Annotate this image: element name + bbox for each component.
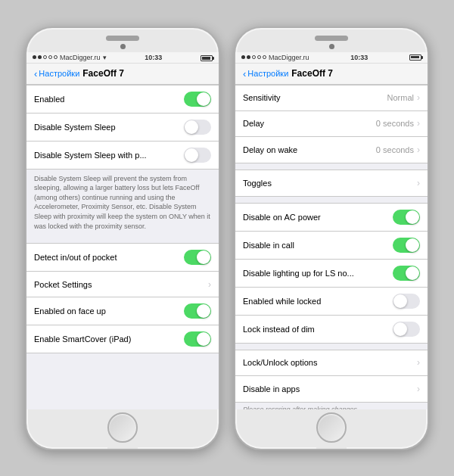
row-lock-dim[interactable]: Lock instead of dim bbox=[235, 316, 428, 343]
row-disable-light[interactable]: Disable lighting up for LS no... bbox=[235, 260, 428, 288]
row-smartcover[interactable]: Enable SmartCover (iPad) bbox=[26, 325, 219, 353]
toggle-disable-ac[interactable] bbox=[393, 210, 420, 225]
toggle-disable-sleep[interactable] bbox=[184, 120, 211, 135]
section-right-1: Sensitivity Normal › Delay 0 seconds › D… bbox=[235, 85, 428, 163]
settings-list-left: Enabled Disable System Sleep Disable Sys… bbox=[26, 85, 219, 354]
status-left-right: MacDigger.ru bbox=[241, 54, 309, 61]
settings-list-right: Sensitivity Normal › Delay 0 seconds › D… bbox=[235, 85, 428, 409]
phone-bottom-right bbox=[316, 409, 347, 449]
speaker-right bbox=[315, 36, 348, 41]
row-sensitivity[interactable]: Sensitivity Normal › bbox=[235, 86, 428, 111]
phones-container: MacDigger.ru ▾ 10:33 ‹ Настройки FaceOff… bbox=[17, 19, 437, 458]
label-toggles: Toggles bbox=[243, 179, 417, 188]
chevron-toggles: › bbox=[417, 178, 420, 188]
label-sensitivity: Sensitivity bbox=[243, 93, 387, 102]
row-disable-apps[interactable]: Disable in apps › bbox=[235, 376, 428, 402]
toggle-disable-light[interactable] bbox=[393, 266, 420, 281]
chevron-sensitivity: › bbox=[417, 92, 420, 103]
label-enabled: Enabled bbox=[34, 95, 184, 104]
row-toggles[interactable]: Toggles › bbox=[235, 170, 428, 196]
camera-right bbox=[329, 44, 334, 49]
note-text-right: Please respring after making changes. bbox=[235, 403, 428, 409]
phone-right: MacDigger.ru 10:33 ‹ Настройки FaceOff 7… bbox=[234, 26, 429, 450]
battery-icon-right bbox=[409, 54, 421, 61]
row-disable-sleep-prox[interactable]: Disable System Sleep with p... bbox=[26, 142, 219, 169]
label-disable-ac: Disable on AC power bbox=[243, 213, 393, 222]
volume-up-button[interactable] bbox=[25, 104, 26, 120]
back-button-right[interactable]: ‹ Настройки bbox=[243, 68, 288, 79]
status-bar-right: MacDigger.ru 10:33 bbox=[235, 52, 428, 64]
toggle-face-up[interactable] bbox=[184, 303, 211, 319]
carrier-right: MacDigger.ru bbox=[269, 54, 309, 61]
value-sensitivity: Normal bbox=[387, 93, 414, 102]
phone-top-left bbox=[26, 28, 219, 52]
toggle-enabled[interactable] bbox=[184, 92, 211, 107]
signal-dot-r1 bbox=[241, 55, 245, 59]
label-enabled-face-up: Enabled on face up bbox=[34, 306, 184, 316]
chevron-delay-wake: › bbox=[417, 145, 420, 155]
time-left: 10:33 bbox=[145, 54, 162, 61]
chevron-disable-apps: › bbox=[417, 384, 420, 394]
battery-icon-left bbox=[201, 54, 213, 61]
back-chevron-right: ‹ bbox=[243, 68, 246, 79]
status-right-right bbox=[409, 54, 421, 61]
volume-up-button-right[interactable] bbox=[234, 104, 235, 120]
status-left: MacDigger.ru ▾ bbox=[33, 54, 107, 61]
back-button-left[interactable]: ‹ Настройки bbox=[34, 68, 79, 79]
row-disable-call[interactable]: Disable in call bbox=[235, 232, 428, 260]
row-lock-unlock[interactable]: Lock/Unlock options › bbox=[235, 350, 428, 376]
toggle-detect-pocket[interactable] bbox=[184, 250, 211, 265]
row-enabled-face-up[interactable]: Enabled on face up bbox=[26, 297, 219, 325]
signal-dot-5 bbox=[54, 55, 58, 59]
status-bar-left: MacDigger.ru ▾ 10:33 bbox=[26, 52, 219, 64]
time-right: 10:33 bbox=[350, 54, 368, 61]
power-button[interactable] bbox=[219, 89, 220, 111]
label-smartcover: Enable SmartCover (iPad) bbox=[34, 334, 184, 344]
row-pocket-settings[interactable]: Pocket Settings › bbox=[26, 272, 219, 297]
volume-down-button[interactable] bbox=[25, 125, 26, 142]
value-delay: 0 seconds bbox=[376, 119, 414, 128]
label-disable-call: Disable in call bbox=[243, 241, 393, 250]
row-detect-pocket[interactable]: Detect in/out of pocket bbox=[26, 244, 219, 272]
volume-down-button-right[interactable] bbox=[234, 125, 235, 142]
toggle-smartcover[interactable] bbox=[184, 331, 211, 347]
signal-dot-r4 bbox=[257, 55, 261, 59]
info-text-left: Disable System Sleep will prevent the sy… bbox=[26, 170, 219, 238]
row-disable-sleep[interactable]: Disable System Sleep bbox=[26, 114, 219, 142]
chevron-pocket-settings: › bbox=[208, 279, 211, 290]
label-lock-unlock: Lock/Unlock options bbox=[243, 358, 417, 367]
signal-dot-r3 bbox=[252, 55, 256, 59]
label-detect-pocket: Detect in/out of pocket bbox=[34, 253, 184, 262]
toggle-enabled-locked[interactable] bbox=[393, 294, 420, 309]
nav-title-left: FaceOff 7 bbox=[82, 68, 124, 79]
value-delay-wake: 0 seconds bbox=[376, 145, 414, 154]
row-delay[interactable]: Delay 0 seconds › bbox=[235, 111, 428, 137]
row-delay-wake[interactable]: Delay on wake 0 seconds › bbox=[235, 137, 428, 163]
label-disable-light: Disable lighting up for LS no... bbox=[243, 269, 393, 278]
screen-right: Sensitivity Normal › Delay 0 seconds › D… bbox=[235, 85, 428, 409]
signal-dots bbox=[33, 55, 58, 59]
mute-switch-right bbox=[234, 82, 235, 93]
label-delay: Delay bbox=[243, 119, 376, 128]
phone-top-right bbox=[235, 28, 428, 52]
home-button-right[interactable] bbox=[316, 412, 347, 443]
label-disable-sleep-prox: Disable System Sleep with p... bbox=[34, 151, 184, 160]
home-button-left[interactable] bbox=[107, 412, 138, 443]
status-right-left bbox=[201, 54, 213, 61]
power-button-right[interactable] bbox=[428, 89, 429, 111]
section-right-2: Toggles › bbox=[235, 170, 428, 197]
signal-dot-r5 bbox=[263, 55, 266, 59]
row-enabled[interactable]: Enabled bbox=[26, 86, 219, 114]
toggle-disable-sleep-prox[interactable] bbox=[184, 148, 211, 163]
signal-dot-r2 bbox=[247, 55, 250, 59]
label-enabled-locked: Enabled while locked bbox=[243, 297, 393, 306]
toggle-lock-dim[interactable] bbox=[393, 322, 420, 337]
section-group-left-1: Enabled Disable System Sleep Disable Sys… bbox=[26, 85, 219, 170]
chevron-lock-unlock: › bbox=[417, 357, 420, 368]
section-group-left-2: Detect in/out of pocket Pocket Settings … bbox=[26, 243, 219, 353]
toggle-disable-call[interactable] bbox=[393, 238, 420, 253]
section-right-3: Disable on AC power Disable in call Disa… bbox=[235, 203, 428, 344]
row-disable-ac[interactable]: Disable on AC power bbox=[235, 204, 428, 232]
back-label-left: Настройки bbox=[39, 69, 79, 78]
row-enabled-locked[interactable]: Enabled while locked bbox=[235, 288, 428, 316]
